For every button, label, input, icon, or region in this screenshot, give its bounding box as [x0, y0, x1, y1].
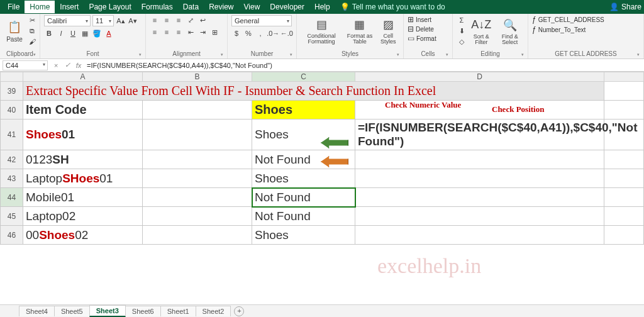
row-header-42[interactable]: 42	[1, 150, 23, 169]
row-header-44[interactable]: 44	[1, 188, 23, 207]
cell-A44[interactable]: Mobile01	[23, 188, 143, 207]
row-header-41[interactable]: 41	[1, 120, 23, 150]
cell-A41[interactable]: Shoes01	[23, 120, 143, 150]
increase-font-button[interactable]: A▴	[116, 16, 126, 26]
decrease-decimal-button[interactable]: ←.0	[281, 28, 293, 38]
cell-D42[interactable]	[355, 150, 604, 169]
cell-D44[interactable]	[355, 188, 604, 207]
format-painter-button[interactable]: 🖌	[27, 36, 37, 47]
increase-decimal-button[interactable]: .0→	[267, 28, 279, 38]
cell-C46[interactable]: Shoes	[252, 226, 355, 245]
fill-color-button[interactable]: 🪣	[92, 28, 102, 38]
col-header-E[interactable]	[604, 72, 644, 82]
align-top-button[interactable]: ≡	[150, 15, 160, 25]
orientation-button[interactable]: ⤢	[186, 15, 196, 25]
increase-indent-button[interactable]: ⇥	[197, 27, 208, 37]
cell-A45[interactable]: Laptop02	[23, 207, 143, 226]
cell-styles-button[interactable]: ▨Cell Styles	[377, 15, 399, 46]
number-format-select[interactable]: General	[231, 15, 292, 26]
font-size-select[interactable]: 11	[92, 15, 114, 26]
insert-cells-button[interactable]: ⊞Insert	[408, 15, 448, 24]
row-header-39[interactable]: 39	[1, 82, 23, 101]
name-box[interactable]: C44	[3, 60, 48, 70]
cut-button[interactable]: ✂	[27, 15, 37, 25]
cell-C44[interactable]: Not Found	[252, 188, 355, 207]
align-left-button[interactable]: ≡	[150, 27, 160, 37]
cell-B43[interactable]	[143, 169, 252, 188]
cell-D41[interactable]: =IF(ISNUMBER(SEARCH($C$40,A41)),$C$40,"N…	[355, 120, 604, 150]
wrap-text-button[interactable]: ↩	[197, 15, 208, 25]
row-header-40[interactable]: 40	[1, 101, 23, 120]
cell-B40[interactable]	[143, 101, 252, 120]
cell-B41[interactable]	[143, 120, 252, 150]
new-sheet-button[interactable]: +	[234, 306, 244, 316]
cell-D46[interactable]	[355, 226, 604, 245]
tab-review[interactable]: Review	[204, 1, 238, 13]
decrease-indent-button[interactable]: ⇤	[186, 27, 196, 37]
row-header-43[interactable]: 43	[1, 169, 23, 188]
col-header-C[interactable]: C	[252, 72, 355, 82]
cell-B45[interactable]	[143, 207, 252, 226]
get-cell-address-button[interactable]: ƒGET_CELL_ADDRESS	[532, 15, 640, 24]
select-all-corner[interactable]	[1, 72, 23, 82]
underline-button[interactable]: U	[68, 28, 78, 38]
sheet-tab-0[interactable]: Sheet4	[19, 306, 55, 316]
font-name-select[interactable]: Calibri	[44, 15, 91, 26]
italic-button[interactable]: I	[56, 28, 66, 38]
number-to-text-button[interactable]: ƒNumber_To_Text	[532, 25, 640, 34]
merge-button[interactable]: ⊞	[209, 27, 219, 37]
format-as-table-button[interactable]: ▦Format as Table	[344, 15, 375, 46]
border-button[interactable]: ▦	[80, 28, 90, 38]
sheet-tab-3[interactable]: Sheet6	[125, 306, 161, 316]
sheet-tab-4[interactable]: Sheet1	[160, 306, 196, 316]
col-header-B[interactable]: B	[143, 72, 252, 82]
decrease-font-button[interactable]: A▾	[128, 16, 138, 26]
col-header-A[interactable]: A	[23, 72, 143, 82]
align-middle-button[interactable]: ≡	[162, 15, 172, 25]
tab-insert[interactable]: Insert	[55, 1, 84, 13]
tell-me[interactable]: 💡Tell me what you want to do	[340, 3, 445, 11]
tab-view[interactable]: View	[239, 1, 265, 13]
tab-page-layout[interactable]: Page Layout	[84, 1, 136, 13]
fill-button[interactable]: ⬇	[457, 26, 467, 36]
copy-button[interactable]: ⧉	[27, 26, 37, 36]
cell-C40[interactable]: Shoes	[252, 101, 355, 120]
cell-A42[interactable]: 0123SH	[23, 150, 143, 169]
align-bottom-button[interactable]: ≡	[174, 15, 184, 25]
comma-button[interactable]: ,	[255, 28, 265, 38]
cell-C43[interactable]: Shoes	[252, 169, 355, 188]
sheet-tab-5[interactable]: Sheet2	[196, 306, 231, 316]
align-center-button[interactable]: ≡	[162, 27, 172, 37]
cell-A46[interactable]: 00Shoes02	[23, 226, 143, 245]
cell-B46[interactable]	[143, 226, 252, 245]
tab-home[interactable]: Home	[25, 1, 55, 13]
cell-A39[interactable]: Extract Specific Value From Cell With IF…	[23, 82, 604, 101]
cell-C45[interactable]: Not Found	[252, 207, 355, 226]
sheet-tab-2[interactable]: Sheet3	[89, 305, 126, 317]
enter-formula-button[interactable]: ✓	[62, 61, 73, 69]
find-select-button[interactable]: 🔍Find & Select	[496, 16, 524, 47]
sort-filter-button[interactable]: A↓ZSort & Filter	[469, 16, 494, 47]
cell-B42[interactable]	[143, 150, 252, 169]
tab-file[interactable]: File	[3, 1, 25, 13]
grid[interactable]: A B C D 39Extract Specific Value From Ce…	[0, 72, 644, 245]
align-right-button[interactable]: ≡	[174, 27, 184, 37]
row-header-45[interactable]: 45	[1, 207, 23, 226]
clear-button[interactable]: ◇	[457, 36, 467, 47]
delete-cells-button[interactable]: ⊟Delete	[408, 25, 448, 33]
paste-button[interactable]: 📋Paste	[4, 18, 25, 44]
tab-developer[interactable]: Developer	[265, 1, 309, 13]
row-header-46[interactable]: 46	[1, 226, 23, 245]
autosum-button[interactable]: Σ	[457, 15, 467, 25]
formula-input[interactable]: =IF(ISNUMBER(SEARCH($C$40,A44)),$C$40,"N…	[84, 61, 644, 70]
tab-data[interactable]: Data	[178, 1, 204, 13]
cell-D45[interactable]	[355, 207, 604, 226]
currency-button[interactable]: $	[231, 28, 242, 38]
cell-A43[interactable]: LaptopSHoes01	[23, 169, 143, 188]
conditional-formatting-button[interactable]: ▤Conditional Formatting	[301, 15, 342, 46]
percent-button[interactable]: %	[243, 28, 253, 38]
tab-formulas[interactable]: Formulas	[136, 1, 178, 13]
share-button[interactable]: 👤Share	[609, 3, 641, 11]
sheet-tab-1[interactable]: Sheet5	[54, 306, 90, 316]
cell-B44[interactable]	[143, 188, 252, 207]
